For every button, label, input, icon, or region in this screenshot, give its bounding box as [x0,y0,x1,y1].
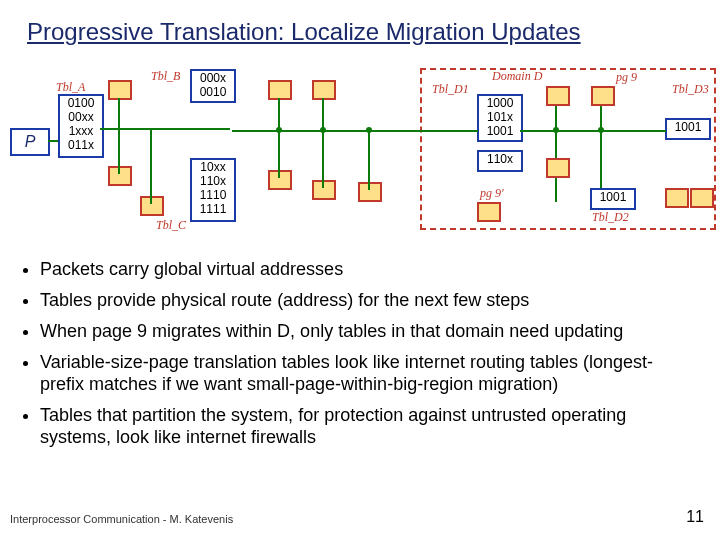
page-box-icon [477,202,501,222]
table-cell: 101x [479,110,521,124]
bus-icon [368,130,370,190]
cache-box-icon [546,86,570,106]
table-tbl-d3: 1001 [665,118,711,140]
table-cell: 10xx [192,160,234,174]
label-tbl-d1: Tbl_D1 [432,82,469,97]
bus-icon [322,98,324,188]
table-cell: 1001 [592,190,634,204]
table-cell: 000x [192,71,234,85]
table-tbl-d1-upper: 1000 101x 1001 [477,94,523,142]
bus-dot-icon [320,127,326,133]
label-tbl-d2: Tbl_D2 [592,210,629,225]
bullet-item: Packets carry global virtual addresses [40,258,696,280]
bullet-item: When page 9 migrates within D, only tabl… [40,320,696,342]
label-tbl-c: Tbl_C [156,218,186,233]
cache-box-icon [140,196,164,216]
bullet-item: Tables that partition the system, for pr… [40,404,696,448]
bus-icon [118,98,120,174]
bus-icon [150,128,152,204]
label-tbl-b: Tbl_B [151,69,180,84]
bus-icon [520,130,630,132]
label-pg9: pg 9 [616,70,637,85]
table-cell: 1xxx [60,124,102,138]
bullet-item: Tables provide physical route (address) … [40,289,696,311]
cache-box-icon [665,188,689,208]
bus-icon [630,130,666,132]
cache-box-icon [108,166,132,186]
bus-dot-icon [598,127,604,133]
table-cell: 1001 [667,120,709,134]
table-cell: 011x [60,138,102,152]
table-tbl-c: 10xx 110x 1110 1111 [190,158,236,222]
bus-icon [100,128,230,130]
cache-box-icon [108,80,132,100]
bus-icon [48,140,58,142]
slide: Progressive Translation: Localize Migrat… [0,0,720,540]
diagram: P Tbl_A 0100 00xx 1xxx 011x Tbl_B 000x 0… [0,58,720,242]
slide-title: Progressive Translation: Localize Migrat… [27,18,581,46]
table-cell: 1000 [479,96,521,110]
bus-icon [412,130,478,132]
cache-box-icon [546,158,570,178]
cache-box-icon [312,180,336,200]
cache-box-icon [268,170,292,190]
label-tbl-d3: Tbl_D3 [672,82,709,97]
table-cell: 1111 [192,202,234,216]
table-cell: 0100 [60,96,102,110]
cache-box-icon [358,182,382,202]
table-cell: 00xx [60,110,102,124]
bus-dot-icon [553,127,559,133]
cache-box-icon [690,188,714,208]
table-tbl-b: 000x 0010 [190,69,236,103]
table-cell: 110x [479,152,521,166]
cache-box-icon [312,80,336,100]
page-number: 11 [686,508,704,526]
page-box-icon [591,86,615,106]
label-tbl-a: Tbl_A [56,80,85,95]
table-cell: 0010 [192,85,234,99]
label-domain-d: Domain D [492,69,542,84]
table-cell: 110x [192,174,234,188]
table-tbl-a: 0100 00xx 1xxx 011x [58,94,104,158]
cache-box-icon [268,80,292,100]
bus-dot-icon [276,127,282,133]
bus-dot-icon [366,127,372,133]
table-tbl-d2: 1001 [590,188,636,210]
footer-note: Interprocessor Communication - M. Kateve… [10,513,233,525]
table-cell: 1001 [479,124,521,138]
table-tbl-d1-lower: 110x [477,150,523,172]
label-pg9p: pg 9' [480,186,504,201]
processor-box: P [10,128,50,156]
bus-icon [555,102,557,202]
table-cell: 1110 [192,188,234,202]
bus-icon [278,98,280,178]
bullet-list: Packets carry global virtual addresses T… [24,258,696,457]
bullet-item: Variable-size-page translation tables lo… [40,351,696,395]
